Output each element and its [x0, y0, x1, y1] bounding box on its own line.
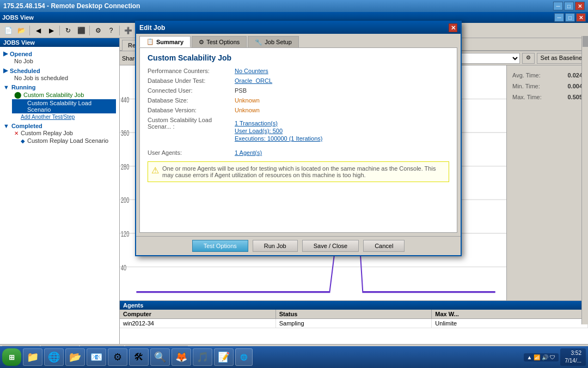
db-test-value[interactable]: Oracle_ORCL — [235, 77, 272, 84]
taskbar-app-word[interactable]: 📝 — [214, 348, 234, 366]
completed-replay-job[interactable]: ✕ Custom Replay Job — [12, 129, 116, 137]
agent-status: Sampling — [276, 319, 432, 328]
close-window-button[interactable]: ✕ — [575, 2, 585, 10]
dialog-close-button[interactable]: ✕ — [449, 23, 457, 32]
taskbar-app-ie[interactable]: 🌐 — [44, 348, 64, 366]
min-time-row: Min. Time: 0.004 — [512, 82, 583, 91]
opened-content: No Job — [3, 57, 116, 65]
toolbar-separator-4 — [119, 26, 120, 35]
left-panel: JOBS View ▶ Opened No Job — [0, 38, 120, 344]
taskbar-app-control[interactable]: 🛠 — [129, 348, 149, 366]
chart-options-button[interactable]: ⚙ — [522, 53, 535, 64]
agent-computer: win2012-34 — [120, 319, 276, 328]
scheduled-section-header[interactable]: ▶ Scheduled — [3, 67, 116, 74]
taskbar-app-folder[interactable]: 📂 — [65, 348, 85, 366]
svg-text:280: 280 — [121, 162, 130, 171]
tray-up-arrow[interactable]: ▲ — [527, 354, 532, 360]
db-version-value: Unknown — [235, 107, 260, 113]
user-load-link[interactable]: User Load(s): 500 — [235, 128, 322, 134]
scenario-icon: ◆ — [21, 138, 25, 144]
clock-time: 3:52 — [565, 349, 581, 357]
scrollbar-thumb[interactable] — [583, 36, 588, 47]
running-section-header[interactable]: ▼ Running — [3, 84, 116, 91]
search-icon: 🔍 — [154, 351, 166, 363]
save-close-button[interactable]: Save / Close — [302, 240, 359, 252]
opened-section: ▶ Opened No Job — [0, 49, 119, 66]
dialog-section-title: Custom Scalability Job — [148, 53, 449, 62]
add-button[interactable]: ➕ — [122, 25, 134, 37]
executions-link[interactable]: Executions: 100000 (1 Iterations) — [235, 135, 322, 142]
app-close-button[interactable]: ✕ — [576, 13, 586, 22]
stop-button[interactable]: ⬛ — [75, 25, 87, 37]
restore-button[interactable]: □ — [564, 2, 574, 10]
running-scenario-item[interactable]: ▶ Custom Scalability Load Scenario — [12, 99, 116, 113]
set-baseline-button[interactable]: Set as Baseline — [537, 53, 586, 64]
table-header: Computer Status Max W... — [120, 310, 588, 319]
warning-icon: ⚠ — [151, 165, 159, 176]
back-button[interactable]: ◀ — [32, 25, 44, 37]
app-title: JOBS View — [2, 14, 34, 21]
user-agents-value[interactable]: 1 Agent(s) — [235, 149, 262, 156]
taskbar-app-explorer[interactable]: 📁 — [23, 348, 42, 366]
collapse-icon-2: ▶ — [3, 67, 8, 74]
taskbar-app-mail[interactable]: 📧 — [87, 348, 106, 366]
perf-counters-value[interactable]: No Counters — [235, 68, 268, 74]
settings-button[interactable]: ⚙ — [92, 25, 104, 37]
run-job-button[interactable]: Run Job — [253, 240, 298, 252]
taskbar-app-settings[interactable]: ⚙ — [108, 348, 127, 366]
running-section: ▼ Running ⬤ Custom Scalability Job ▶ Cus… — [0, 83, 119, 122]
db-test-label: Database Under Test: — [148, 77, 235, 84]
forward-button[interactable]: ▶ — [45, 25, 57, 37]
completed-replay-scenario[interactable]: ◆ Custom Replay Load Scenario — [12, 137, 116, 144]
max-time-label: Max. Time: — [512, 94, 542, 100]
windows-logo-icon: ⊞ — [9, 353, 15, 361]
agent-row-1: win2012-34 Sampling Unlimite — [120, 319, 588, 328]
system-tray: ▲ 📶 🔊 🛡 — [524, 353, 559, 361]
app-minimize-button[interactable]: ─ — [554, 13, 564, 22]
cancel-button[interactable]: Cancel — [363, 240, 405, 252]
help-button[interactable]: ? — [105, 25, 117, 37]
perf-counters-field: Performance Counters: No Counters — [148, 68, 449, 74]
db-test-field: Database Under Test: Oracle_ORCL — [148, 77, 449, 84]
taskbar-app-chrome[interactable]: 🌐 — [235, 348, 253, 366]
test-options-button[interactable]: Test Options — [192, 240, 248, 252]
opened-section-header[interactable]: ▶ Opened — [3, 50, 116, 57]
setup-icon: 🔧 — [255, 39, 262, 46]
scheduled-content: No Job is scheduled — [3, 74, 116, 82]
connected-user-label: Connected User: — [148, 87, 235, 94]
running-job-item[interactable]: ⬤ Custom Scalability Job — [12, 91, 116, 99]
min-time-label: Min. Time: — [512, 83, 540, 89]
add-test-link[interactable]: Add Another Test/Step — [12, 113, 116, 120]
taskbar-app-firefox[interactable]: 🦊 — [171, 348, 191, 366]
svg-text:440: 440 — [121, 95, 130, 104]
edit-job-dialog[interactable]: Edit Job ✕ 📋 Summary ⚙ Test Options 🔧 Jo… — [135, 21, 462, 256]
agent-maxw: Unlimite — [432, 319, 588, 328]
taskbar-app-search[interactable]: 🔍 — [150, 348, 170, 366]
app-restore-button[interactable]: □ — [565, 13, 575, 22]
start-button[interactable]: ⊞ — [2, 348, 21, 366]
col-status: Status — [276, 310, 432, 318]
db-size-field: Database Size: Unknown — [148, 97, 449, 104]
job-icon: ⬤ — [14, 91, 21, 99]
transaction-link[interactable]: 1 Transaction(s) — [235, 120, 322, 126]
taskbar-clock[interactable]: 3:52 7/14/... — [560, 348, 586, 366]
vertical-scrollbar[interactable] — [581, 36, 588, 324]
dialog-tab-test-options[interactable]: ⚙ Test Options — [192, 36, 247, 47]
minimize-button[interactable]: ─ — [553, 2, 563, 10]
completed-section-header[interactable]: ▼ Completed — [3, 123, 116, 129]
no-job-scheduled: No Job is scheduled — [12, 74, 116, 82]
running-scenario-label: Custom Scalability Load Scenario — [27, 100, 114, 113]
open-button[interactable]: 📂 — [15, 25, 27, 37]
taskbar-app-media[interactable]: 🎵 — [193, 348, 212, 366]
new-button[interactable]: 📄 — [2, 25, 14, 37]
toolbar-separator-2 — [59, 26, 60, 35]
panel-title: JOBS View — [0, 38, 119, 47]
mail-icon: 📧 — [90, 351, 102, 363]
dialog-title: Edit Job — [139, 24, 165, 32]
dialog-tab-summary[interactable]: 📋 Summary — [139, 36, 191, 47]
refresh-button[interactable]: ↻ — [62, 25, 74, 37]
dialog-tabs: 📋 Summary ⚙ Test Options 🔧 Job Setup — [136, 34, 461, 47]
dialog-tab-job-setup[interactable]: 🔧 Job Setup — [248, 36, 299, 47]
dialog-content: Custom Scalability Job Performance Count… — [139, 47, 457, 233]
avg-time-value: 0.024 — [567, 72, 583, 79]
